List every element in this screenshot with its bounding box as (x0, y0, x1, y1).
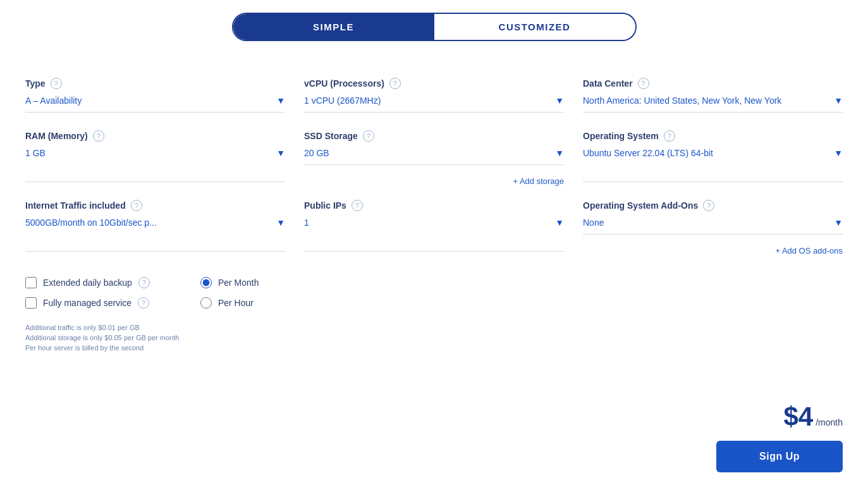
notes-section: Additional traffic is only $0.01 per GB … (25, 324, 843, 352)
vcpu-field: vCPU (Processors) ? 1 vCPU (2667MHz) ▼ (304, 66, 564, 113)
extended-backup-help-icon[interactable]: ? (138, 277, 150, 288)
os-value: Ubuntu Server 22.04 (LTS) 64-bit (583, 148, 713, 158)
datacenter-chevron-icon: ▼ (834, 95, 843, 106)
price-display: $4 /month (783, 402, 843, 432)
note-hourly: Per hour server is billed by the second (25, 344, 843, 352)
ssd-col: SSD Storage ? 20 GB ▼ + Add storage (304, 119, 564, 188)
vcpu-help-icon[interactable]: ? (389, 78, 401, 89)
checkbox-group: Extended daily backup ? Fully managed se… (25, 277, 150, 309)
datacenter-field: Data Center ? North America: United Stat… (583, 66, 843, 113)
ram-help-icon[interactable]: ? (93, 130, 104, 142)
publicips-label: Public IPs (304, 200, 346, 211)
ssd-chevron-icon: ▼ (555, 148, 564, 158)
managed-service-help-icon[interactable]: ? (138, 297, 149, 309)
managed-service-label: Fully managed service (43, 298, 131, 308)
datacenter-label: Data Center (583, 78, 633, 89)
toggle-bar: SIMPLE CUSTOMIZED (25, 13, 843, 41)
vcpu-chevron-icon: ▼ (555, 95, 564, 106)
traffic-select[interactable]: 5000GB/month on 10Gbit/sec p... ▼ (25, 218, 285, 228)
page-container: SIMPLE CUSTOMIZED Type ? A – Availabilit… (0, 0, 868, 485)
publicips-chevron-icon: ▼ (555, 218, 564, 228)
datacenter-value: North America: United States, New York, … (583, 95, 781, 106)
os-addons-select[interactable]: None ▼ (583, 218, 843, 228)
signup-button[interactable]: Sign Up (716, 441, 843, 472)
type-label: Type (25, 78, 46, 89)
ram-field: RAM (Memory) ? 1 GB ▼ (25, 119, 285, 182)
ram-value: 1 GB (25, 148, 46, 158)
os-addons-label: Operating System Add-Ons (583, 200, 698, 211)
datacenter-help-icon[interactable]: ? (638, 78, 649, 89)
config-grid: Type ? A – Availability ▼ vCPU (Processo… (25, 66, 843, 258)
price-amount: $4 (783, 402, 813, 432)
extended-backup-item: Extended daily backup ? (25, 277, 150, 288)
vcpu-value: 1 vCPU (2667MHz) (304, 95, 381, 106)
per-hour-item: Per Hour (200, 297, 259, 309)
simple-tab[interactable]: SIMPLE (233, 14, 434, 40)
ssd-value: 20 GB (304, 148, 329, 158)
per-month-item: Per Month (200, 277, 259, 288)
traffic-label: Internet Traffic included (25, 200, 126, 211)
type-value: A – Availability (25, 95, 82, 106)
extended-backup-label: Extended daily backup (43, 278, 132, 288)
publicips-value: 1 (304, 218, 309, 228)
note-traffic: Additional traffic is only $0.01 per GB (25, 324, 843, 331)
os-field: Operating System ? Ubuntu Server 22.04 (… (583, 119, 843, 182)
note-storage: Additional storage is only $0.05 per GB … (25, 334, 843, 341)
os-addons-col: Operating System Add-Ons ? None ▼ + Add … (583, 188, 843, 258)
os-select[interactable]: Ubuntu Server 22.04 (LTS) 64-bit ▼ (583, 148, 843, 158)
type-chevron-icon: ▼ (276, 95, 285, 106)
publicips-select[interactable]: 1 ▼ (304, 218, 564, 228)
bottom-right: $4 /month Sign Up (716, 402, 843, 472)
managed-service-checkbox[interactable] (25, 297, 37, 309)
toggle-wrapper: SIMPLE CUSTOMIZED (232, 13, 637, 41)
add-os-addons-link[interactable]: + Add OS add-ons (583, 241, 843, 258)
per-month-radio[interactable] (200, 277, 212, 288)
traffic-value: 5000GB/month on 10Gbit/sec p... (25, 218, 157, 228)
vcpu-select[interactable]: 1 vCPU (2667MHz) ▼ (304, 95, 564, 106)
traffic-field: Internet Traffic included ? 5000GB/month… (25, 188, 285, 252)
price-period: /month (816, 417, 843, 427)
os-addons-chevron-icon: ▼ (834, 218, 843, 228)
per-hour-radio[interactable] (200, 297, 212, 309)
per-month-label: Per Month (218, 278, 259, 288)
os-label: Operating System (583, 131, 659, 141)
managed-service-item: Fully managed service ? (25, 297, 150, 309)
ram-chevron-icon: ▼ (276, 148, 285, 158)
os-addons-value: None (583, 218, 604, 228)
os-addons-help-icon[interactable]: ? (703, 200, 714, 211)
ssd-label: SSD Storage (304, 131, 358, 141)
traffic-chevron-icon: ▼ (276, 218, 285, 228)
type-select[interactable]: A – Availability ▼ (25, 95, 285, 106)
os-help-icon[interactable]: ? (664, 130, 675, 142)
os-addons-field: Operating System Add-Ons ? None ▼ (583, 188, 843, 235)
datacenter-select[interactable]: North America: United States, New York, … (583, 95, 843, 106)
per-hour-label: Per Hour (218, 298, 254, 308)
options-section: Extended daily backup ? Fully managed se… (25, 277, 843, 309)
billing-radio-group: Per Month Per Hour (200, 277, 259, 309)
extended-backup-checkbox[interactable] (25, 277, 37, 288)
type-help-icon[interactable]: ? (51, 78, 62, 89)
os-chevron-icon: ▼ (834, 148, 843, 158)
ssd-field: SSD Storage ? 20 GB ▼ (304, 119, 564, 165)
ssd-help-icon[interactable]: ? (363, 130, 374, 142)
add-storage-link[interactable]: + Add storage (304, 171, 564, 188)
publicips-help-icon[interactable]: ? (351, 200, 363, 211)
ssd-select[interactable]: 20 GB ▼ (304, 148, 564, 158)
type-field: Type ? A – Availability ▼ (25, 66, 285, 113)
publicips-field: Public IPs ? 1 ▼ (304, 188, 564, 252)
customized-tab[interactable]: CUSTOMIZED (434, 14, 635, 40)
ram-label: RAM (Memory) (25, 131, 88, 141)
vcpu-label: vCPU (Processors) (304, 78, 384, 89)
ram-select[interactable]: 1 GB ▼ (25, 148, 285, 158)
traffic-help-icon[interactable]: ? (131, 200, 142, 211)
